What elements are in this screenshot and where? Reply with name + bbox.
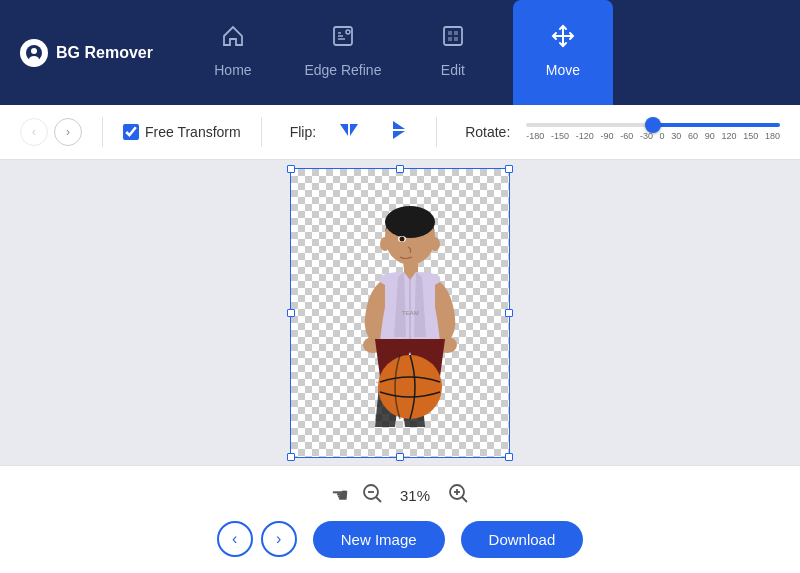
nav-move-label: Move [546, 62, 580, 78]
nav-home-label: Home [214, 62, 251, 78]
toolbar: ‹ › Free Transform Flip: Rotate: [0, 105, 800, 160]
handle-middle-left[interactable] [287, 309, 295, 317]
flip-horizontal-button[interactable] [332, 117, 366, 148]
move-icon [551, 24, 575, 54]
undo-button[interactable]: ‹ [20, 118, 48, 146]
nav-edit-label: Edit [441, 62, 465, 78]
nav-move[interactable]: Move [513, 0, 613, 105]
zoom-in-icon[interactable] [447, 482, 469, 509]
free-transform-label: Free Transform [145, 124, 241, 140]
svg-point-23 [400, 236, 405, 241]
handle-top-left[interactable] [287, 165, 295, 173]
logo-icon [20, 39, 48, 67]
handle-top-middle[interactable] [396, 165, 404, 173]
rotate-label: Rotate: [465, 124, 510, 140]
edge-refine-icon [331, 24, 355, 54]
image-container: TEAM [290, 168, 510, 458]
handle-bottom-left[interactable] [287, 453, 295, 461]
edit-icon [441, 24, 465, 54]
svg-line-26 [376, 497, 381, 502]
prev-next-nav: ‹ › [217, 521, 297, 557]
svg-point-1 [31, 48, 37, 54]
nav-edge-refine[interactable]: Edge Refine [293, 0, 393, 105]
bottom-bar: ☚ 31% ‹ › [0, 465, 800, 573]
canvas-area[interactable]: TEAM [0, 160, 800, 465]
history-nav: ‹ › [20, 118, 82, 146]
rotate-slider[interactable] [526, 123, 780, 127]
divider-3 [436, 117, 437, 147]
bottom-actions: ‹ › New Image Download [217, 521, 584, 558]
zoom-controls: ☚ 31% [331, 482, 469, 509]
svg-point-20 [380, 237, 390, 251]
nav-edit[interactable]: Edit [403, 0, 503, 105]
home-icon [221, 24, 245, 54]
logo: BG Remover [20, 39, 153, 67]
logo-text: BG Remover [56, 44, 153, 62]
svg-line-30 [462, 497, 467, 502]
rotate-control: -180 -150 -120 -90 -60 -30 0 30 60 90 12… [526, 112, 780, 152]
next-button[interactable]: › [261, 521, 297, 557]
svg-marker-10 [393, 121, 405, 129]
svg-point-4 [346, 30, 350, 34]
free-transform-checkbox[interactable] [123, 124, 139, 140]
main-content: ‹ › Free Transform Flip: Rotate: [0, 105, 800, 573]
svg-marker-11 [393, 131, 405, 139]
zoom-out-icon[interactable] [361, 482, 383, 509]
hand-tool-icon[interactable]: ☚ [331, 483, 349, 507]
handle-bottom-middle[interactable] [396, 453, 404, 461]
handle-top-right[interactable] [505, 165, 513, 173]
svg-text:TEAM: TEAM [402, 310, 419, 316]
free-transform-control: Free Transform [123, 124, 241, 140]
svg-point-18 [378, 355, 442, 419]
svg-rect-5 [444, 27, 462, 45]
nav-edge-refine-label: Edge Refine [304, 62, 381, 78]
divider-2 [261, 117, 262, 147]
header: BG Remover Home Edge Refine Edit [0, 0, 800, 105]
prev-button[interactable]: ‹ [217, 521, 253, 557]
flip-vertical-button[interactable] [382, 117, 416, 148]
nav-home[interactable]: Home [183, 0, 283, 105]
new-image-button[interactable]: New Image [313, 521, 445, 558]
handle-bottom-right[interactable] [505, 453, 513, 461]
flip-label: Flip: [290, 124, 316, 140]
svg-point-21 [430, 237, 440, 251]
handle-middle-right[interactable] [505, 309, 513, 317]
subject-image: TEAM [291, 169, 509, 457]
zoom-percent: 31% [395, 487, 435, 504]
svg-marker-8 [340, 124, 348, 136]
svg-point-2 [29, 56, 39, 62]
rotate-scale: -180 -150 -120 -90 -60 -30 0 30 60 90 12… [526, 131, 780, 141]
download-button[interactable]: Download [461, 521, 584, 558]
divider-1 [102, 117, 103, 147]
redo-button[interactable]: › [54, 118, 82, 146]
svg-marker-9 [350, 124, 358, 136]
